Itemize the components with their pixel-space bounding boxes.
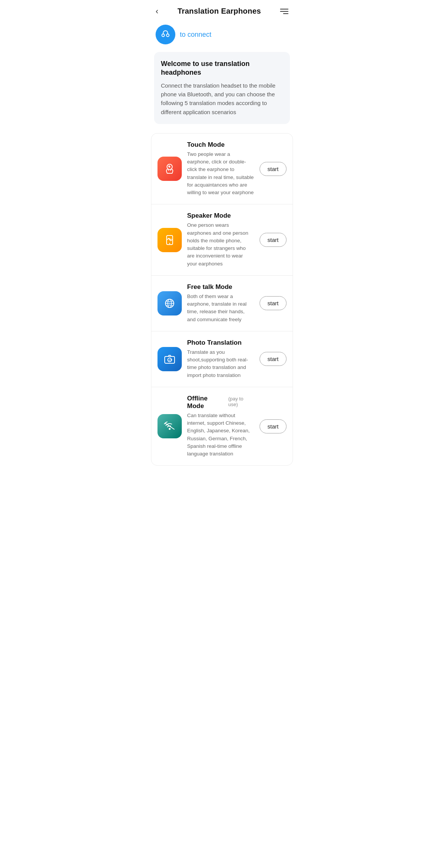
speaker-mode-content: Speaker Mode One person wears earphones … [187,212,254,268]
mode-item-freetalk: Free talk Mode Both of them wear a earph… [151,275,293,331]
menu-line-3 [283,13,288,14]
offline-mode-start-button[interactable]: start [260,419,287,433]
freetalk-mode-icon [157,291,182,315]
back-button[interactable]: ‹ [156,7,158,16]
svg-point-5 [169,243,170,244]
speaker-mode-title: Speaker Mode [187,212,254,220]
connect-row: to connect [148,21,296,52]
photo-mode-icon: A字 [157,347,182,371]
menu-button[interactable] [280,9,288,14]
offline-mode-title: Offline Mode (pay to use) [187,395,254,410]
freetalk-mode-desc: Both of them wear a earphone, translate … [187,293,254,323]
photo-mode-start-button[interactable]: start [260,352,287,366]
freetalk-mode-title: Free talk Mode [187,283,254,291]
earphones-avatar[interactable] [156,25,175,44]
touch-mode-icon [157,157,182,181]
touch-mode-content: Touch Mode Two people wear a earphone, c… [187,141,254,197]
svg-point-12 [169,428,171,430]
mode-item-photo: A字 Photo Translation Translate as you sh… [151,331,293,387]
svg-point-3 [169,166,170,168]
photo-mode-content: Photo Translation Translate as you shoot… [187,339,254,379]
freetalk-mode-start-button[interactable]: start [260,296,287,310]
touch-icon [163,162,176,175]
earphones-icon [160,29,171,40]
offline-mode-content: Offline Mode (pay to use) Can translate … [187,395,254,458]
welcome-title: Welcome to use translation headphones [161,60,283,77]
app-header: ‹ Translation Earphones [148,0,296,21]
svg-text:A字: A字 [168,359,173,361]
speaker-mode-start-button[interactable]: start [260,233,287,247]
svg-point-0 [162,34,165,37]
page-title: Translation Earphones [178,7,261,16]
speaker-mode-icon [157,228,182,252]
freetalk-mode-content: Free talk Mode Both of them wear a earph… [187,283,254,323]
touch-mode-desc: Two people wear a earphone, click or dou… [187,151,254,197]
offline-mode-desc: Can translate without internet, support … [187,412,254,458]
touch-mode-title: Touch Mode [187,141,254,149]
offline-icon [163,420,176,433]
welcome-description: Connect the translation headset to the m… [161,81,283,116]
connect-label[interactable]: to connect [180,31,211,39]
photo-mode-desc: Translate as you shoot,supporting both r… [187,348,254,379]
offline-mode-icon [157,414,182,438]
modes-list: Touch Mode Two people wear a earphone, c… [151,133,293,466]
speaker-mode-desc: One person wears earphones and one perso… [187,221,254,268]
menu-line-2 [280,11,288,12]
menu-line-1 [280,9,288,9]
mode-item-touch: Touch Mode Two people wear a earphone, c… [151,133,293,204]
touch-mode-start-button[interactable]: start [260,162,287,176]
speaker-icon [163,234,176,246]
mode-item-speaker: Speaker Mode One person wears earphones … [151,204,293,275]
photo-mode-title: Photo Translation [187,339,254,347]
welcome-card: Welcome to use translation headphones Co… [154,52,290,124]
mode-item-offline: Offline Mode (pay to use) Can translate … [151,387,293,466]
svg-point-1 [167,34,169,37]
camera-icon: A字 [163,353,176,366]
globe-icon [163,297,176,310]
offline-pay-label: (pay to use) [228,396,254,407]
